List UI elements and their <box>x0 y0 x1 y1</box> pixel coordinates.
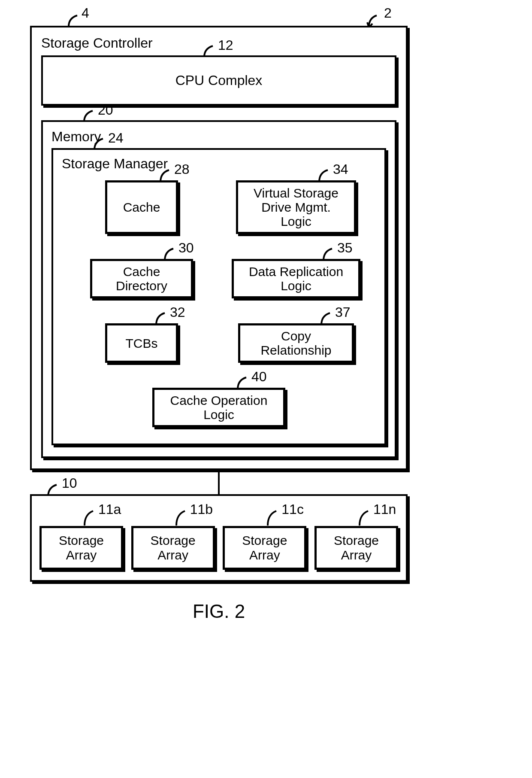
ref-repl: 35 <box>337 240 353 256</box>
storage-controller-box: Storage Controller 12 CPU Complex 20 Mem… <box>30 26 408 470</box>
storage-array-a: 11a Storage Array <box>39 526 123 570</box>
connector-line <box>218 470 220 494</box>
ref-cpu: 12 <box>218 37 233 53</box>
copy-relationship-box: Copy Relationship <box>238 323 354 363</box>
storage-array-b: 11b Storage Array <box>131 526 215 570</box>
diagram-root: 2 4 Storage Controller 12 CPU Complex 20… <box>30 26 408 622</box>
tcbs-box: TCBs <box>105 323 178 363</box>
ref-array-c: 11c <box>281 501 304 517</box>
storage-array-n: 11n Storage Array <box>314 526 398 570</box>
ref-cache-op: 40 <box>251 369 267 385</box>
data-replication-box: Data Replication Logic <box>232 259 360 298</box>
cache-dir-label: Cache Directory <box>100 264 183 293</box>
ref-cache-dir: 30 <box>178 240 194 256</box>
memory-title: Memory <box>51 129 386 145</box>
storage-arrays-box: 11a Storage Array 11b Storage Array 11c … <box>30 494 408 582</box>
ref-array-b: 11b <box>190 501 213 517</box>
copy-label: Copy Relationship <box>248 329 344 357</box>
repl-label: Data Replication Logic <box>242 264 351 293</box>
cache-directory-box: Cache Directory <box>90 259 193 298</box>
array-a-label: Storage Array <box>59 533 104 562</box>
storage-array-c: 11c Storage Array <box>223 526 306 570</box>
component-grid: 28 Cache 34 Vi <box>62 180 376 363</box>
ref-cache: 28 <box>174 161 190 177</box>
ref-copy: 37 <box>335 304 351 320</box>
ref-array-n: 11n <box>373 501 396 517</box>
cache-label: Cache <box>123 200 160 214</box>
manager-title: Storage Manager <box>62 156 376 172</box>
array-n-label: Storage Array <box>334 533 379 562</box>
ref-tcbs: 32 <box>170 304 185 320</box>
ref-controller: 4 <box>82 5 89 21</box>
ref-system: 2 <box>384 5 392 21</box>
storage-manager-box: Storage Manager 28 Cache <box>51 148 386 445</box>
cpu-label: CPU Complex <box>175 73 263 88</box>
cache-box: Cache <box>105 180 178 234</box>
ref-memory: 20 <box>98 102 113 118</box>
memory-box: Memory 24 Storage Manager <box>41 120 396 458</box>
ref-array-a: 11a <box>98 501 121 517</box>
cache-operation-box: Cache Operation Logic <box>152 388 285 427</box>
tcbs-label: TCBs <box>126 336 158 350</box>
ref-storage-outer: 10 <box>62 475 77 491</box>
ref-vsd: 34 <box>333 161 348 177</box>
array-c-label: Storage Array <box>242 533 287 562</box>
vsd-label: Virtual Storage Drive Mgmt. Logic <box>246 186 346 228</box>
cpu-complex-box: CPU Complex <box>41 55 396 106</box>
vsd-box: Virtual Storage Drive Mgmt. Logic <box>236 180 356 234</box>
figure-caption: FIG. 2 <box>30 601 408 622</box>
ref-manager: 24 <box>108 130 124 146</box>
array-b-label: Storage Array <box>151 533 196 562</box>
cache-op-label: Cache Operation Logic <box>162 393 275 422</box>
